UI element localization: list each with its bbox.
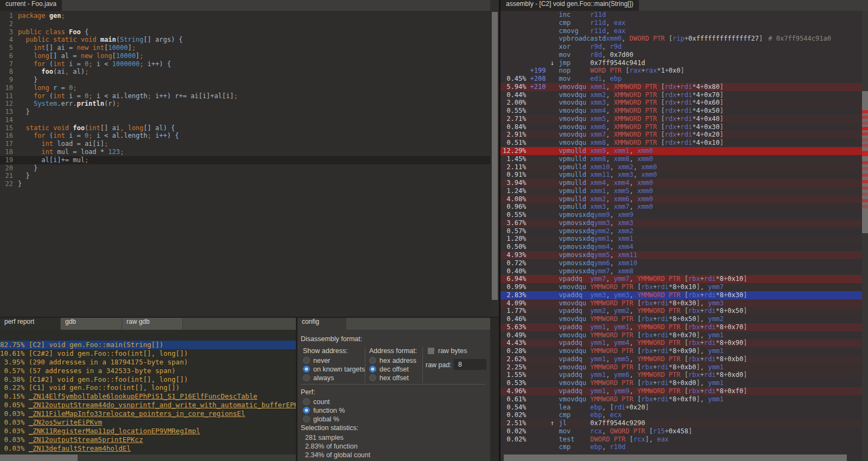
assembly-horizontal-scrollbar-thumb[interactable] <box>504 454 847 461</box>
asm-row[interactable]: 0.02% test DWORD PTR [rcx], eax <box>500 436 862 444</box>
radio-option-on-known-targets[interactable]: on known targets <box>303 366 365 374</box>
tab-gdb[interactable]: gdb <box>61 318 122 330</box>
perf-row[interactable]: 0.22% [C1] void gen.Foo::foo(int[], long… <box>0 383 296 392</box>
perf-row[interactable]: 3.95% (290 addresses in a 18794175-byte … <box>0 358 296 367</box>
asm-row[interactable]: 4.96% vpaddq ymm1, ymm9, YMMWORD PTR [rb… <box>500 387 862 395</box>
asm-row[interactable]: 0.50% vpmovsxdqymm4, xmm4 <box>500 243 862 251</box>
radio-icon[interactable] <box>369 357 376 364</box>
perf-row[interactable]: 0.03% _ZN13defaultStream4holdEl <box>0 444 296 453</box>
asm-row[interactable]: cmovg r11d, eax <box>500 27 862 35</box>
asm-row[interactable]: 0.49% vmovdqu YMMWORD PTR [rbx+rdi*8+0x7… <box>500 331 862 340</box>
asm-row[interactable]: cmp r11d, eax <box>500 19 862 27</box>
perf-row[interactable]: 0.03% _ZN12outputStream5printEPKcz <box>0 436 296 444</box>
radio-option-always[interactable]: always <box>303 374 334 383</box>
source-line[interactable]: 12 System.err.println(r); <box>0 100 490 108</box>
asm-row[interactable]: mov r8d, 0x7d00 <box>500 51 862 59</box>
tab-raw-gdb[interactable]: raw gdb <box>122 318 183 330</box>
asm-row[interactable]: 0.44% vmovdqu xmm2, XMMWORD PTR [rdx+rdi… <box>500 91 862 99</box>
asm-row[interactable]: 0.54% lea ebp, [rdi+0x20] <box>500 404 862 412</box>
asm-row[interactable]: 0.96% vpmulld xmm3, xmm7, xmm0 <box>500 203 862 211</box>
raw-bytes-option[interactable]: raw bytes <box>428 347 467 356</box>
asm-row[interactable]: 4.43% vpaddq ymm1, ymm4, YMMWORD PTR [rb… <box>500 339 862 347</box>
perf-row[interactable]: 10.61% [C2#2] void gen.Foo::foo(int[], l… <box>0 349 296 358</box>
perf-row[interactable]: 0.15% _ZN14ElfSymbolTable6lookupEPhPiS1_… <box>0 392 296 401</box>
asm-row[interactable]: ↓jmp 0x7ff9544c941d <box>500 59 862 67</box>
asm-row[interactable]: 0.99% vmovdqu YMMWORD PTR [rbx+rdi*8+0x1… <box>500 283 862 291</box>
asm-row[interactable]: 0.02% mov rcx, QWORD PTR [r15+0x458] <box>500 427 862 436</box>
asm-row[interactable]: 0.28% vmovdqu YMMWORD PTR [rbx+rdi*8+0x9… <box>500 347 862 355</box>
asm-row[interactable]: 1.55% vpaddq ymm1, ymm6, YMMWORD PTR [rb… <box>500 371 862 379</box>
perf-row[interactable]: 0.38% [C1#2] void gen.Foo::foo(int[], lo… <box>0 375 296 384</box>
tab-config[interactable]: config <box>297 318 346 330</box>
perf-row[interactable]: 0.03% _ZN11FileMapInfo33relocate_pointer… <box>0 409 296 418</box>
source-line[interactable]: 14 <box>0 116 490 124</box>
asm-row[interactable]: xor r9d, r9d <box>500 43 862 51</box>
asm-row[interactable]: 0.02% cmp ebp, ecx <box>500 411 862 419</box>
radio-icon[interactable] <box>303 415 310 422</box>
asm-row[interactable]: 0.51% vmovdqu xmm8, XMMWORD PTR [rdx+rdi… <box>500 139 862 147</box>
asm-row[interactable]: cmp ebp, r10d <box>500 443 862 451</box>
perf-horizontal-scrollbar-thumb[interactable] <box>0 454 78 461</box>
source-line[interactable]: 1package gen; <box>0 12 490 20</box>
asm-row[interactable]: 0.55% vmovdqu xmm4, XMMWORD PTR [rdx+rdi… <box>500 107 862 115</box>
source-line[interactable]: 10 long r = 0; <box>0 84 490 92</box>
source-vertical-scrollbar-thumb[interactable] <box>492 12 498 300</box>
radio-icon[interactable] <box>303 357 310 364</box>
radio-option-hex-offset[interactable]: hex offset <box>369 374 409 383</box>
radio-icon[interactable] <box>303 398 310 405</box>
raw-bytes-checkbox[interactable] <box>428 348 434 354</box>
asm-row[interactable]: inc r11d <box>500 11 862 19</box>
asm-row[interactable]: 0.84% vmovdqu xmm6, XMMWORD PTR [rdx+rdi… <box>500 123 862 131</box>
asm-row[interactable]: 0.55% vpmovsxdqymm9, xmm9 <box>500 211 862 219</box>
source-code-panel[interactable]: 1package gen;23public class Foo {4 publi… <box>0 11 490 317</box>
asm-row[interactable]: 1.77% vpaddq ymm2, ymm2, YMMWORD PTR [rb… <box>500 307 862 315</box>
radio-option-dec-offset[interactable]: dec offset <box>369 366 409 374</box>
source-line[interactable]: 22} <box>0 180 490 188</box>
asm-row[interactable]: 2.62% vpaddq ymm1, ymm5, YMMWORD PTR [rb… <box>500 355 862 363</box>
asm-row[interactable]: 0.40% vpmovsxdqymm7, xmm8 <box>500 267 862 276</box>
asm-row[interactable]: vpbroadcastdxmm0, DWORD PTR [rip+0xfffff… <box>500 35 862 43</box>
source-line[interactable]: 13 } <box>0 108 490 116</box>
radio-option-global-[interactable]: global % <box>303 415 339 424</box>
asm-row[interactable]: 3.94% vpmulld xmm4, xmm4, xmm0 <box>500 179 862 187</box>
source-line[interactable]: 7 for (int i = 0; i < 1000000; i++) { <box>0 60 490 68</box>
perf-row[interactable]: 0.57% (57 addresses in a 342533-byte spa… <box>0 367 296 375</box>
radio-selected-icon[interactable] <box>303 407 310 414</box>
source-line[interactable]: 8 foo(ai, al); <box>0 68 490 76</box>
asm-row[interactable]: 1.24% vpmulld xmm1, xmm5, xmm0 <box>500 187 862 195</box>
asm-row[interactable]: 0.46% vmovdqu YMMWORD PTR [rbx+rdi*8+0x5… <box>500 315 862 323</box>
asm-row[interactable]: 0.91% vpmulld xmm11, xmm3, xmm0 <box>500 171 862 179</box>
source-line[interactable]: 21 } <box>0 172 490 180</box>
asm-row[interactable]: 2.00% vmovdqu xmm3, XMMWORD PTR [rdx+rdi… <box>500 99 862 107</box>
source-line[interactable]: 3public class Foo { <box>0 28 490 36</box>
tab-assembly[interactable]: assembly - [C2] void gen.Foo::main(Strin… <box>500 0 639 11</box>
asm-row[interactable]: 2.51% ↑jl 0x7ff9544c9290 <box>500 419 862 427</box>
asm-row[interactable]: 3.67% vpmovsxdqymm3, xmm3 <box>500 219 862 227</box>
tab-perf-report[interactable]: perf report <box>0 318 61 330</box>
asm-row[interactable]: 0.45% +208mov edi, ebp <box>500 75 862 83</box>
radio-option-never[interactable]: never <box>303 357 330 366</box>
source-line[interactable]: 4 public static void main(String[] args)… <box>0 36 490 44</box>
asm-row[interactable]: 2.83% vpaddq ymm3, ymm3, YMMWORD PTR [rb… <box>500 291 862 299</box>
asm-row[interactable]: 2.25% vmovdqu YMMWORD PTR [rbx+rdi*8+0xb… <box>500 363 862 372</box>
radio-option-function-[interactable]: function % <box>303 407 345 415</box>
asm-row[interactable]: 5.63% vpaddq ymm1, ymm1, YMMWORD PTR [rb… <box>500 323 862 331</box>
asm-row[interactable]: 4.93% vpmovsxdqymm5, xmm11 <box>500 251 862 259</box>
perf-row[interactable]: 0.05% _ZN12outputStream44do_vsnprintf_an… <box>0 401 296 409</box>
raw-pad-input[interactable] <box>454 359 486 370</box>
asm-row[interactable]: 4.09% vmovdqu YMMWORD PTR [rbx+rdi*8+0x3… <box>500 299 862 308</box>
asm-row[interactable]: 5.94% +210vmovdqu xmm1, XMMWORD PTR [rdx… <box>500 83 862 91</box>
radio-option-count[interactable]: count <box>303 398 330 407</box>
radio-selected-icon[interactable] <box>303 366 310 373</box>
asm-row[interactable]: 0.57% vpmovsxdqymm2, xmm2 <box>500 227 862 235</box>
asm-row[interactable]: 4.08% vpmulld xmm2, xmm6, xmm0 <box>500 195 862 203</box>
asm-row[interactable]: 0.61% vmovdqu YMMWORD PTR [rbx+rdi*8+0xf… <box>500 395 862 404</box>
source-line[interactable]: 9 } <box>0 76 490 84</box>
radio-icon[interactable] <box>303 374 310 381</box>
asm-row[interactable]: 0.72% vpmovsxdqymm6, xmm10 <box>500 259 862 267</box>
asm-row[interactable]: 6.94% vpaddq ymm7, ymm7, YMMWORD PTR [rb… <box>500 275 862 283</box>
radio-icon[interactable] <box>369 374 376 381</box>
asm-row[interactable]: 2.71% vmovdqu xmm5, XMMWORD PTR [rdx+rdi… <box>500 115 862 123</box>
source-line[interactable]: 17 int load = ai[i]; <box>0 140 490 148</box>
perf-row[interactable]: 82.75% [C2] void gen.Foo::main(String[]) <box>0 341 296 349</box>
